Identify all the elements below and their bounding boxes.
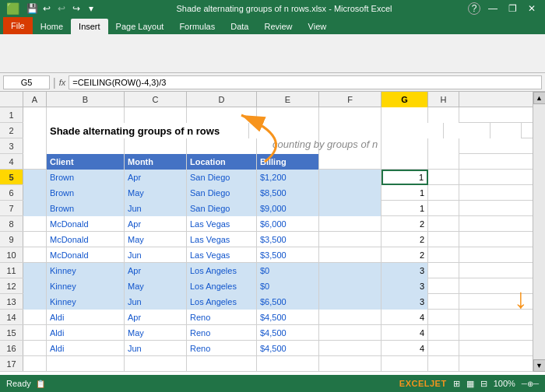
cell-f14[interactable] [319, 310, 382, 325]
cell-c6[interactable]: May [125, 185, 187, 201]
cell-f11[interactable] [319, 263, 382, 278]
cell-b11[interactable]: Kinney [47, 263, 125, 278]
cell-h11[interactable] [428, 263, 459, 278]
cell-f5[interactable] [319, 170, 382, 185]
cell-e7[interactable]: $9,000 [257, 201, 319, 216]
scroll-up-btn[interactable]: ▲ [533, 92, 546, 104]
cell-g2[interactable] [444, 123, 490, 138]
cell-a2[interactable] [23, 123, 47, 138]
cell-d12[interactable]: Los Angeles [187, 278, 257, 294]
tab-formulas[interactable]: Formulas [171, 19, 223, 34]
cell-e3[interactable] [257, 138, 319, 154]
cell-c10[interactable]: Jun [125, 247, 187, 263]
col-header-e[interactable]: E [257, 92, 319, 107]
cell-a16[interactable] [23, 341, 47, 356]
minimize-btn[interactable]: — [485, 3, 501, 14]
cell-c16[interactable]: Jun [125, 341, 187, 356]
cell-e4-billing[interactable]: Billing [257, 154, 319, 170]
restore-btn[interactable]: ❐ [505, 3, 520, 14]
cell-f13[interactable] [319, 294, 382, 310]
cell-g15[interactable]: 4 [382, 325, 428, 341]
cell-e14[interactable]: $4,500 [257, 310, 319, 325]
cell-b3[interactable] [47, 138, 125, 154]
cell-reference-box[interactable] [3, 75, 50, 89]
tab-page-layout[interactable]: Page Layout [108, 19, 172, 34]
cell-e13[interactable]: $6,500 [257, 294, 319, 310]
cell-h1[interactable] [428, 107, 459, 123]
scroll-down-btn[interactable]: ▼ [533, 359, 546, 372]
cell-d3[interactable] [187, 138, 257, 154]
cell-e16[interactable]: $4,500 [257, 341, 319, 356]
cell-d16[interactable]: Reno [187, 341, 257, 356]
cell-b1[interactable] [47, 107, 125, 123]
cell-h9[interactable] [428, 232, 459, 247]
cell-f17[interactable] [319, 356, 382, 372]
col-header-d[interactable]: D [187, 92, 257, 107]
cell-d1[interactable] [187, 107, 257, 123]
cell-b15[interactable]: Aldi [47, 325, 125, 341]
cell-c14[interactable]: Apr [125, 310, 187, 325]
cell-a7[interactable] [23, 201, 47, 216]
cell-h13[interactable] [428, 294, 459, 310]
cell-c3[interactable] [125, 138, 187, 154]
cell-b9[interactable]: McDonald [47, 232, 125, 247]
cell-g1[interactable] [382, 107, 428, 123]
cell-e6[interactable]: $8,500 [257, 185, 319, 201]
cell-a3[interactable] [23, 138, 47, 154]
cell-a4[interactable] [23, 154, 47, 170]
col-header-g[interactable]: G [382, 92, 428, 107]
cell-f8[interactable] [319, 216, 382, 232]
cell-a9[interactable] [23, 232, 47, 247]
cell-h15[interactable] [428, 325, 459, 341]
cell-c4-month[interactable]: Month [125, 154, 187, 170]
col-header-c[interactable]: C [125, 92, 187, 107]
cell-h6[interactable] [428, 185, 459, 201]
view-normal-icon[interactable]: ⊞ [453, 379, 460, 389]
cell-h7[interactable] [428, 201, 459, 216]
cell-b5[interactable]: Brown [47, 170, 125, 185]
tab-insert[interactable]: Insert [71, 19, 108, 34]
cell-g6[interactable]: 1 [382, 185, 428, 201]
cell-f12[interactable] [319, 278, 382, 294]
cell-c8[interactable]: Apr [125, 216, 187, 232]
cell-e15[interactable]: $4,500 [257, 325, 319, 341]
cell-b12[interactable]: Kinney [47, 278, 125, 294]
cell-g5-selected[interactable]: 1 [382, 170, 428, 185]
save-icon[interactable]: 💾 [26, 2, 38, 15]
cell-d13[interactable]: Los Angeles [187, 294, 257, 310]
cell-h4[interactable] [428, 154, 459, 170]
cell-a11[interactable] [23, 263, 47, 278]
tab-home[interactable]: Home [33, 19, 71, 34]
cell-g14[interactable]: 4 [382, 310, 428, 325]
cell-f1[interactable] [319, 107, 382, 123]
cell-g9[interactable]: 2 [382, 232, 428, 247]
cell-f6[interactable] [319, 185, 382, 201]
cell-h8[interactable] [428, 216, 459, 232]
cell-e5[interactable]: $1,200 [257, 170, 319, 185]
cell-a8[interactable] [23, 216, 47, 232]
cell-b7[interactable]: Brown [47, 201, 125, 216]
cell-b2-title[interactable]: Shade alternating groups of n rows [47, 123, 249, 138]
cell-d7[interactable]: San Diego [187, 201, 257, 216]
cell-e9[interactable]: $3,500 [257, 232, 319, 247]
cell-b8[interactable]: McDonald [47, 216, 125, 232]
cell-h3[interactable] [428, 138, 459, 154]
cell-h5[interactable] [428, 170, 459, 185]
cell-f4[interactable] [319, 154, 382, 170]
cell-h16[interactable] [428, 341, 459, 356]
cell-a13[interactable] [23, 294, 47, 310]
view-layout-icon[interactable]: ▦ [466, 379, 474, 389]
help-icon[interactable]: ? [468, 2, 480, 15]
cell-g11[interactable]: 3 [382, 263, 428, 278]
cell-a5[interactable] [23, 170, 47, 185]
cell-a12[interactable] [23, 278, 47, 294]
cell-g12[interactable]: 3 [382, 278, 428, 294]
cell-c13[interactable]: Jun [125, 294, 187, 310]
cell-e8[interactable]: $6,000 [257, 216, 319, 232]
cell-d14[interactable]: Reno [187, 310, 257, 325]
cell-g13[interactable]: 3 [382, 294, 428, 310]
cell-c5[interactable]: Apr [125, 170, 187, 185]
cell-b4-client[interactable]: Client [47, 154, 125, 170]
cell-f15[interactable] [319, 325, 382, 341]
cell-f10[interactable] [319, 247, 382, 263]
